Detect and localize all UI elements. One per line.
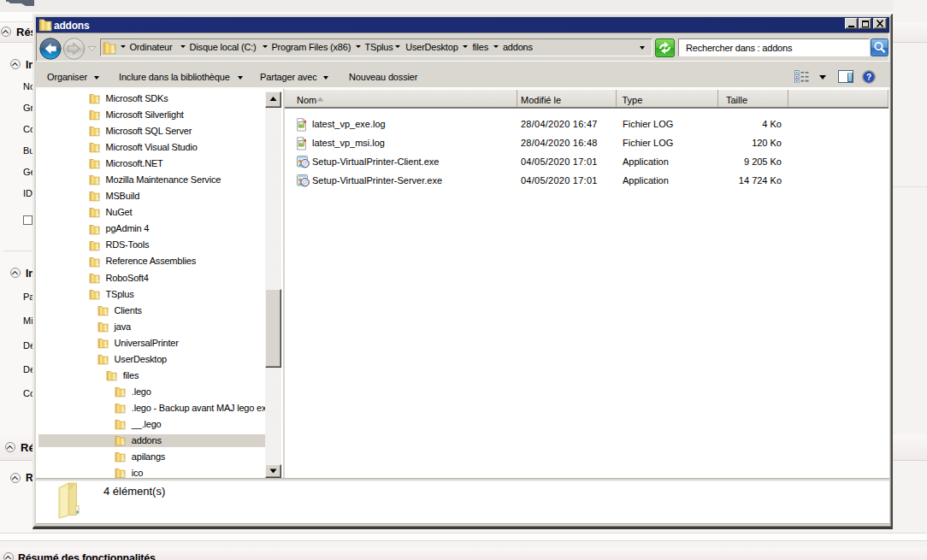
svg-text:?: ? xyxy=(866,73,871,82)
